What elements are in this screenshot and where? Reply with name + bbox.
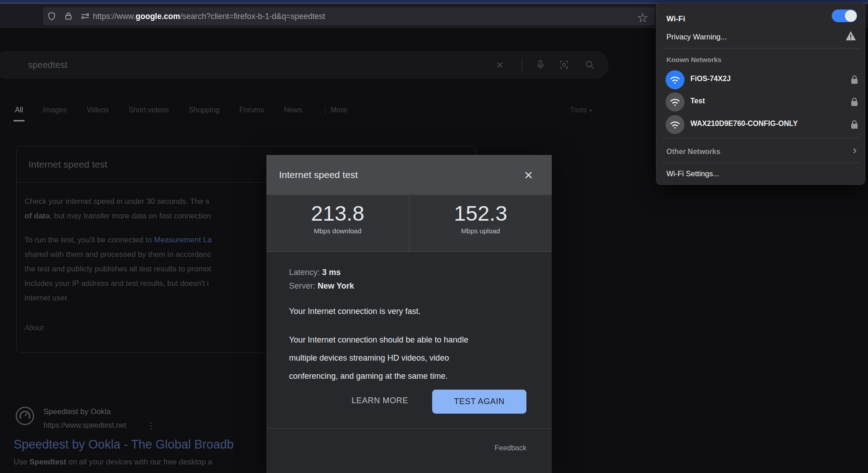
wifi-menu-panel: Wi-Fi Privacy Warning... Known Networks …: [656, 2, 865, 185]
tab-news[interactable]: News: [283, 106, 304, 121]
download-label: Mbps download: [266, 227, 409, 235]
upload-value: 152.3: [410, 200, 552, 227]
lock-icon: [851, 75, 858, 84]
test-again-button[interactable]: TEST AGAIN: [432, 390, 526, 414]
wifi-menu-title: Wi-Fi: [666, 14, 685, 24]
chevron-right-icon: ›: [853, 143, 857, 157]
wifi-toggle[interactable]: [832, 10, 857, 22]
widget-bold-text: of data: [24, 212, 50, 220]
wifi-settings-item[interactable]: Wi-Fi Settings...: [666, 169, 719, 178]
modal-title: Internet speed test: [279, 169, 524, 180]
search-submit-icon[interactable]: [584, 59, 595, 70]
more-vertical-icon: ⋮: [322, 106, 329, 114]
tab-images[interactable]: Images: [42, 106, 68, 121]
speed-test-modal: Internet speed test × 213.8 Mbps downloa…: [266, 155, 552, 473]
known-networks-header: Known Networks: [666, 56, 722, 63]
upload-label: Mbps upload: [410, 227, 552, 235]
download-value: 213.8: [266, 200, 409, 227]
measurement-lab-link[interactable]: Measurement La: [154, 236, 212, 244]
connection-summary: Your Internet connection is very fast.: [289, 304, 530, 318]
result-site-url[interactable]: https://www.speedtest.net: [43, 421, 126, 430]
close-icon[interactable]: ×: [524, 168, 533, 182]
latency-value: 3 ms: [322, 268, 341, 277]
tab-videos[interactable]: Videos: [85, 106, 110, 121]
network-name: WAX210D9E760-CONFIG-ONLY: [690, 120, 798, 128]
result-snippet: Use Speedtest on all your devices with o…: [14, 458, 212, 467]
feedback-link[interactable]: Feedback: [495, 444, 526, 452]
wifi-menu-divider: [663, 163, 859, 163]
lock-icon: [851, 97, 858, 106]
tab-short-videos[interactable]: Short videos: [127, 106, 170, 121]
url-scheme: https://www.: [93, 12, 135, 21]
server-row: Server: New York: [289, 279, 530, 293]
upload-stat: 152.3 Mbps upload: [410, 195, 552, 251]
result-title-link[interactable]: Speedtest by Ookla - The Global Broadb: [14, 438, 234, 452]
privacy-warning-item[interactable]: Privacy Warning...: [666, 33, 727, 41]
voice-search-mic-icon[interactable]: [535, 59, 546, 70]
url-path: /search?client=firefox-b-1-d&q=speedtest: [180, 12, 325, 21]
tools-dropdown[interactable]: Tools▾: [570, 106, 592, 114]
result-options-icon[interactable]: ⋮: [147, 420, 155, 431]
other-networks-item[interactable]: Other Networks: [666, 148, 720, 156]
network-row-fios[interactable]: FiOS-74X2J: [656, 68, 866, 91]
server-value: New York: [318, 281, 354, 290]
connection-description: Your Internet connection should be able …: [289, 331, 530, 385]
wifi-menu-divider: [663, 138, 859, 138]
network-name: FiOS-74X2J: [690, 75, 731, 83]
shield-icon[interactable]: [47, 11, 57, 21]
wifi-menu-divider: [663, 48, 859, 48]
modal-footer-divider: [266, 428, 552, 429]
latency-row: Latency: 3 ms: [289, 265, 530, 279]
clear-search-icon[interactable]: ×: [494, 59, 505, 70]
modal-header: Internet speed test ×: [266, 155, 552, 195]
wifi-toggle-knob: [845, 10, 857, 22]
modal-body: Latency: 3 ms Server: New York Your Inte…: [266, 252, 552, 385]
result-site-name[interactable]: Speedtest by Ookla: [43, 407, 111, 416]
search-query-text[interactable]: speedtest: [28, 51, 68, 79]
speedtest-gauge-logo-icon: [15, 406, 35, 426]
snippet-bold-text: Speedtest: [29, 458, 66, 466]
wifi-signal-icon: [665, 70, 685, 89]
download-stat: 213.8 Mbps download: [266, 195, 410, 251]
warning-triangle-icon: [845, 31, 856, 41]
permissions-sliders-icon[interactable]: [80, 11, 90, 21]
google-lens-icon[interactable]: [559, 59, 569, 70]
widget-about-link[interactable]: About: [24, 324, 43, 332]
tab-more[interactable]: ⋮More: [321, 106, 348, 121]
wifi-signal-icon: [665, 92, 685, 111]
url-text[interactable]: https://www.google.com/search?client=fir…: [93, 7, 325, 25]
google-search-box[interactable]: speedtest ×: [0, 51, 609, 79]
learn-more-button[interactable]: LEARN MORE: [352, 396, 408, 405]
url-domain: google.com: [135, 12, 180, 21]
lock-icon: [851, 120, 858, 129]
search-result-tabs: All Images Videos Short videos Shopping …: [14, 106, 348, 121]
url-bar[interactable]: https://www.google.com/search?client=fir…: [43, 7, 655, 25]
bookmark-star-icon[interactable]: ☆: [637, 11, 648, 25]
caret-down-icon: ▾: [589, 107, 592, 114]
network-row-wax[interactable]: WAX210D9E760-CONFIG-ONLY: [656, 113, 866, 136]
tab-forums[interactable]: Forums: [238, 106, 265, 121]
search-box-divider: [522, 58, 522, 71]
tab-all[interactable]: All: [14, 106, 24, 121]
lock-icon[interactable]: [63, 11, 73, 21]
network-row-test[interactable]: Test: [656, 91, 866, 113]
speed-results-row: 213.8 Mbps download 152.3 Mbps upload: [266, 195, 552, 252]
tab-shopping[interactable]: Shopping: [188, 106, 221, 121]
network-name: Test: [690, 97, 705, 105]
wifi-signal-icon: [665, 115, 685, 134]
